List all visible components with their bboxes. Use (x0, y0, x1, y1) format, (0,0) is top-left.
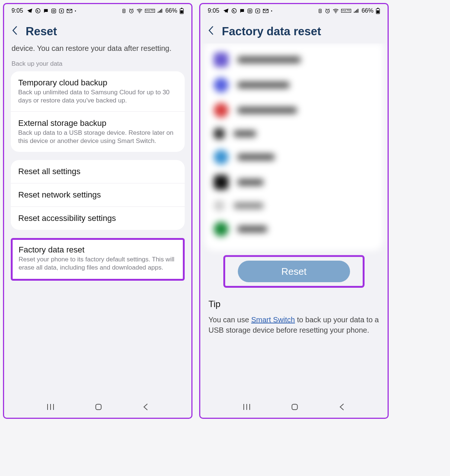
factory-data-reset-row[interactable]: Factory data reset Reset your phone to i… (11, 238, 185, 280)
svg-rect-11 (96, 404, 101, 410)
reset-network-settings-row[interactable]: Reset network settings (11, 183, 185, 206)
svg-point-4 (61, 10, 62, 12)
svg-rect-23 (292, 404, 298, 410)
svg-rect-1 (52, 9, 56, 13)
row-title: Reset accessibility settings (18, 213, 177, 223)
smart-switch-link[interactable]: Smart Switch (251, 316, 295, 324)
reset-all-settings-row[interactable]: Reset all settings (11, 160, 185, 183)
row-subtitle: Reset your phone to its factory default … (19, 255, 177, 272)
svg-rect-22 (377, 10, 379, 13)
more-dot-icon: • (75, 9, 76, 13)
header: Factory data reset (200, 17, 388, 43)
signal-icon (157, 8, 163, 13)
camera-icon (255, 8, 260, 14)
row-subtitle: Back up data to a USB storage device. Re… (18, 129, 177, 145)
list-item (211, 47, 376, 72)
list-item (211, 216, 376, 242)
battery-saver-icon (318, 8, 323, 14)
svg-point-16 (257, 10, 259, 12)
svg-point-0 (36, 9, 40, 13)
wifi-icon (333, 8, 339, 13)
gmail-icon (67, 9, 72, 13)
reset-screen: 9:05 • VoLTE 66% Reset device. You can r… (3, 3, 192, 419)
status-bar: 9:05 • VoLTE 66% (200, 4, 388, 17)
status-bar: 9:05 • VoLTE 66% (4, 4, 191, 17)
apps-list-blurred (205, 43, 383, 251)
reset-accessibility-settings-row[interactable]: Reset accessibility settings (11, 206, 185, 230)
chat-icon (43, 8, 49, 14)
recents-icon[interactable] (46, 403, 55, 412)
external-storage-backup-row[interactable]: External storage backup Back up data to … (11, 111, 185, 152)
resets-card: Reset all settings Reset network setting… (11, 160, 185, 230)
list-item (211, 72, 376, 98)
alarm-icon (325, 8, 330, 14)
status-time: 9:05 (208, 7, 219, 14)
row-subtitle: Back up unlimited data to Samsung Cloud … (18, 88, 177, 105)
factory-data-reset-screen: 9:05 • VoLTE 66% Factory data reset (199, 3, 389, 419)
reset-button[interactable]: Reset (238, 261, 350, 282)
status-time: 9:05 (12, 7, 23, 14)
list-item (211, 123, 376, 144)
battery-icon (376, 8, 380, 14)
more-dot-icon: • (271, 9, 272, 13)
battery-icon (179, 8, 184, 14)
list-item (211, 98, 376, 123)
home-icon[interactable] (94, 403, 103, 413)
recents-icon[interactable] (243, 403, 251, 412)
svg-rect-10 (181, 10, 183, 13)
battery-percent: 66% (165, 7, 177, 14)
nav-bar (4, 398, 191, 418)
camera-icon (59, 8, 64, 14)
back-nav-icon[interactable] (339, 403, 345, 413)
header: Reset (4, 17, 191, 43)
intro-text: device. You can restore your data after … (11, 43, 185, 59)
svg-point-19 (335, 13, 336, 13)
list-item (211, 170, 376, 195)
telegram-icon (223, 8, 229, 14)
battery-percent: 66% (362, 7, 373, 14)
tip-section: Tip You can use Smart Switch to back up … (205, 295, 383, 335)
whatsapp-icon (231, 8, 237, 14)
svg-point-14 (249, 10, 251, 12)
tip-title: Tip (208, 299, 379, 309)
row-title: Factory data reset (19, 245, 177, 255)
svg-rect-13 (248, 9, 252, 13)
alarm-icon (129, 8, 134, 14)
page-title: Reset (26, 25, 57, 38)
volte-icon: VoLTE (341, 9, 351, 13)
svg-rect-21 (377, 8, 378, 9)
svg-point-12 (232, 9, 236, 13)
svg-point-2 (53, 10, 55, 12)
wifi-icon (136, 8, 143, 13)
telegram-icon (27, 8, 33, 14)
tip-text: You can use Smart Switch to back up your… (208, 314, 379, 335)
chat-icon (239, 8, 245, 14)
home-icon[interactable] (291, 403, 299, 413)
page-title: Factory data reset (222, 25, 321, 38)
row-title: External storage backup (18, 118, 177, 128)
instagram-icon (51, 8, 56, 14)
battery-saver-icon (122, 8, 126, 14)
list-item (211, 195, 376, 216)
signal-icon (353, 8, 359, 13)
section-label: Back up your data (11, 59, 185, 71)
volte-icon: VoLTE (145, 9, 155, 13)
tip-text-before: You can use (208, 316, 251, 324)
back-icon[interactable] (12, 25, 18, 38)
backup-card: Temporary cloud backup Back up unlimited… (11, 71, 185, 152)
gmail-icon (263, 9, 269, 13)
back-nav-icon[interactable] (142, 403, 149, 413)
svg-point-7 (139, 13, 140, 13)
reset-button-highlight: Reset (223, 255, 365, 288)
temporary-cloud-backup-row[interactable]: Temporary cloud backup Back up unlimited… (11, 71, 185, 111)
row-title: Reset all settings (18, 167, 177, 176)
row-title: Temporary cloud backup (18, 78, 177, 88)
row-title: Reset network settings (18, 190, 177, 200)
instagram-icon (247, 8, 253, 14)
nav-bar (200, 398, 388, 418)
list-item (211, 144, 376, 170)
whatsapp-icon (35, 8, 41, 14)
svg-rect-9 (181, 8, 182, 9)
back-icon[interactable] (208, 25, 214, 38)
